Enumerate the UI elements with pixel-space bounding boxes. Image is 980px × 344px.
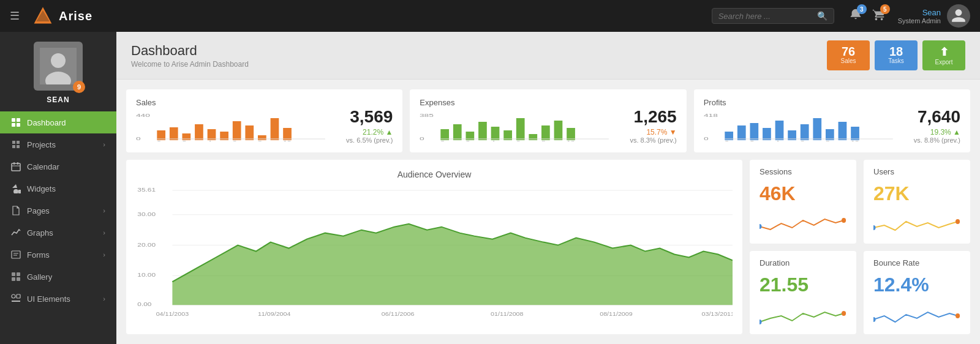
sidebar-item-ui-elements[interactable]: UI Elements › bbox=[0, 288, 116, 310]
svg-rect-51 bbox=[516, 118, 525, 140]
svg-text:8: 8 bbox=[826, 140, 830, 141]
svg-rect-49 bbox=[491, 127, 500, 140]
svg-point-3 bbox=[51, 53, 66, 68]
svg-text:0: 0 bbox=[704, 136, 709, 141]
search-box[interactable]: 🔍 bbox=[712, 8, 834, 24]
sessions-title: Sessions bbox=[760, 167, 846, 176]
duration-value: 21.55 bbox=[760, 274, 846, 296]
forms-icon bbox=[11, 250, 21, 260]
svg-text:385: 385 bbox=[420, 113, 434, 118]
sessions-card: Sessions 46K bbox=[750, 160, 856, 244]
svg-point-107 bbox=[873, 317, 876, 322]
svg-text:4: 4 bbox=[208, 140, 212, 141]
avatar[interactable] bbox=[947, 4, 970, 28]
svg-text:0.00: 0.00 bbox=[137, 301, 151, 307]
bounce-rate-card: Bounce Rate 12.4% bbox=[864, 251, 970, 335]
sidebar-item-gallery[interactable]: Gallery bbox=[0, 266, 116, 288]
logo: Arise bbox=[32, 5, 92, 27]
pages-icon bbox=[11, 206, 21, 215]
calendar-icon bbox=[11, 162, 21, 171]
sidebar-item-calendar[interactable]: Calendar bbox=[0, 155, 116, 178]
logo-icon bbox=[32, 5, 54, 27]
page-title: Dashboard bbox=[131, 43, 249, 59]
sidebar-item-dashboard[interactable]: Dashboard bbox=[0, 111, 116, 133]
sidebar-item-widgets[interactable]: Widgets bbox=[0, 178, 116, 200]
chevron-right-icon: › bbox=[103, 207, 105, 214]
header-buttons: 76 Sales 18 Tasks ⬆ Export bbox=[827, 40, 965, 70]
svg-text:03/13/2011: 03/13/2011 bbox=[701, 311, 733, 317]
profits-value: 7,640 bbox=[914, 107, 960, 127]
tasks-button[interactable]: 18 Tasks bbox=[875, 40, 918, 70]
duration-sparkline bbox=[760, 305, 846, 327]
svg-rect-72 bbox=[813, 118, 821, 140]
svg-text:0: 0 bbox=[136, 136, 141, 141]
hamburger-menu[interactable]: ☰ bbox=[10, 9, 20, 23]
duration-title: Duration bbox=[760, 258, 846, 267]
svg-text:06/11/2006: 06/11/2006 bbox=[382, 311, 415, 317]
svg-text:2: 2 bbox=[750, 140, 754, 141]
main-layout: 9 SEAN Dashboard Projects › Cale bbox=[0, 32, 980, 344]
svg-text:6: 6 bbox=[233, 140, 237, 141]
notifications-button[interactable]: 3 bbox=[849, 8, 862, 24]
sessions-sparkline bbox=[760, 214, 846, 236]
svg-text:418: 418 bbox=[704, 113, 718, 118]
sales-button[interactable]: 76 Sales bbox=[827, 40, 870, 70]
sidebar-item-pages[interactable]: Pages › bbox=[0, 200, 116, 222]
expenses-chart: 385 0 bbox=[420, 111, 630, 141]
sales-title: Sales bbox=[136, 98, 346, 107]
sidebar-nav: Dashboard Projects › Calendar bbox=[0, 111, 116, 310]
dashboard-icon bbox=[11, 118, 21, 127]
logo-text: Arise bbox=[59, 9, 92, 23]
export-button[interactable]: ⬆ Export bbox=[922, 40, 965, 70]
svg-text:20.00: 20.00 bbox=[137, 241, 156, 247]
audience-card: Audience Overview 35.61 30.00 20.00 10.0… bbox=[126, 160, 742, 334]
svg-rect-54 bbox=[554, 121, 563, 140]
svg-rect-68 bbox=[763, 128, 771, 140]
users-card: Users 27K bbox=[864, 160, 970, 244]
sidebar-item-forms[interactable]: Forms › bbox=[0, 244, 116, 266]
sales-value: 3,569 bbox=[346, 107, 393, 127]
svg-text:0: 0 bbox=[725, 140, 729, 141]
svg-rect-32 bbox=[245, 125, 254, 140]
sidebar-item-projects[interactable]: Projects › bbox=[0, 133, 116, 155]
svg-rect-71 bbox=[800, 124, 809, 140]
sessions-value: 46K bbox=[760, 182, 846, 205]
svg-point-20 bbox=[12, 294, 15, 298]
sales-card: Sales 440 0 bbox=[126, 89, 402, 152]
sidebar-avatar-icon bbox=[40, 48, 77, 84]
user-role: System Admin bbox=[898, 17, 941, 24]
svg-point-101 bbox=[760, 224, 762, 229]
sidebar-label-forms: Forms bbox=[27, 250, 50, 260]
svg-rect-17 bbox=[17, 272, 20, 276]
cart-button[interactable]: 5 bbox=[872, 8, 886, 24]
sidebar-avatar-wrap: 9 bbox=[34, 42, 83, 91]
bounce-rate-title: Bounce Rate bbox=[873, 258, 960, 267]
svg-rect-45 bbox=[441, 129, 450, 140]
profits-change: 19.3% ▲ bbox=[914, 128, 960, 136]
avatar-icon bbox=[951, 8, 967, 24]
page-subtitle: Welcome to Arise Admin Dashboard bbox=[131, 60, 249, 69]
svg-point-102 bbox=[956, 219, 960, 224]
svg-rect-48 bbox=[478, 122, 487, 140]
svg-rect-75 bbox=[851, 127, 859, 140]
sidebar-avatar-badge: 9 bbox=[73, 81, 85, 93]
chevron-right-icon: › bbox=[103, 251, 105, 258]
svg-text:08/11/2009: 08/11/2009 bbox=[600, 311, 633, 317]
bottom-row: Audience Overview 35.61 30.00 20.00 10.0… bbox=[126, 160, 970, 334]
profits-chart: 418 0 bbox=[704, 111, 914, 141]
svg-text:4: 4 bbox=[775, 140, 779, 141]
expenses-value: 1,265 bbox=[630, 107, 676, 127]
bounce-rate-sparkline bbox=[873, 305, 960, 327]
svg-rect-66 bbox=[737, 125, 746, 140]
audience-title: Audience Overview bbox=[136, 170, 733, 179]
svg-text:8: 8 bbox=[541, 140, 546, 141]
sidebar-label-calendar: Calendar bbox=[27, 162, 59, 171]
svg-point-100 bbox=[842, 218, 846, 223]
top-panel-row: Sessions 46K Users 27K bbox=[750, 160, 970, 244]
svg-point-104 bbox=[842, 311, 846, 316]
page-title-area: Dashboard Welcome to Arise Admin Dashboa… bbox=[131, 43, 249, 69]
search-input[interactable] bbox=[718, 12, 813, 21]
svg-rect-74 bbox=[838, 122, 846, 140]
audience-chart-svg: 35.61 30.00 20.00 10.00 0.00 bbox=[136, 184, 733, 324]
sidebar-item-graphs[interactable]: Graphs › bbox=[0, 222, 116, 244]
